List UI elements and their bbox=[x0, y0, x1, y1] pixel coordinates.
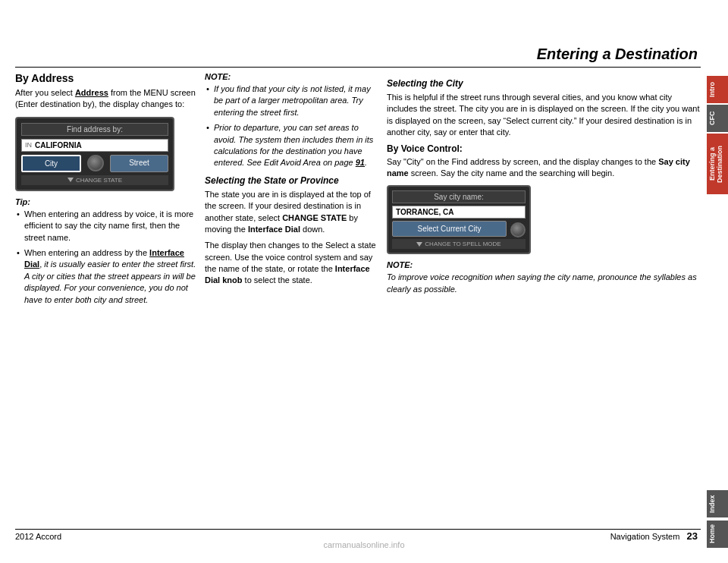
tip-2: When entering an address by the Interfac… bbox=[15, 247, 197, 306]
header-line bbox=[15, 67, 701, 68]
screen-knob bbox=[84, 155, 107, 172]
voice-control-title: By Voice Control: bbox=[387, 143, 701, 154]
note-label-mid: NOTE: bbox=[205, 72, 379, 81]
watermark: carmanualsonline.info bbox=[323, 540, 404, 549]
screen-input-label: IN bbox=[25, 141, 32, 149]
note-label-right: NOTE: bbox=[387, 260, 701, 269]
screen-btn-city[interactable]: City bbox=[21, 155, 81, 172]
page-number: 23 bbox=[687, 530, 698, 542]
section-title-city: Selecting the City bbox=[387, 78, 701, 89]
city-screen-top: Say city name: bbox=[392, 190, 526, 203]
triangle-down-icon bbox=[67, 178, 74, 182]
city-screen-value: TORRANCE, CA bbox=[396, 208, 453, 216]
city-screen-input: TORRANCE, CA bbox=[392, 206, 526, 219]
address-screen-mockup: Find address by: IN CALIFORNIA City Stre… bbox=[15, 117, 174, 191]
state-para-1: The state you are in is displayed at the… bbox=[205, 189, 379, 236]
city-body-text: This is helpful if the street runs throu… bbox=[387, 92, 701, 139]
screen-input-value: CALIFORNIA bbox=[35, 141, 82, 149]
body-text-1: After you select bbox=[15, 88, 75, 97]
footer-line bbox=[15, 529, 701, 530]
sidebar-tab-home[interactable]: Home bbox=[707, 521, 728, 548]
body-text-bold: Address bbox=[75, 88, 108, 97]
sidebar-tab-toc[interactable]: CFC bbox=[707, 105, 728, 132]
sidebar-tab-index[interactable]: Index bbox=[707, 490, 728, 517]
page-header: Entering a Destination bbox=[537, 46, 698, 63]
interface-dial-knob bbox=[87, 155, 104, 171]
sidebar-tab-intro[interactable]: Intro bbox=[707, 76, 728, 103]
screen-buttons-row: City Street bbox=[21, 155, 168, 172]
middle-column: NOTE: If you find that your city is not … bbox=[205, 72, 379, 525]
footer-nav-system: Navigation System 23 bbox=[610, 530, 698, 542]
sidebar-tab-entering[interactable]: Entering a Destination bbox=[707, 134, 728, 194]
state-para-2: The display then changes to the Select a… bbox=[205, 240, 379, 287]
note-2: Prior to departure, you can set areas to… bbox=[205, 122, 379, 169]
right-column: Selecting the City This is helpful if th… bbox=[387, 72, 701, 525]
subsection-title-state: Selecting the State or Province bbox=[205, 175, 379, 186]
tip-1: When entering an address by voice, it is… bbox=[15, 209, 197, 244]
page-link-91[interactable]: 91 bbox=[356, 158, 365, 167]
tip-label: Tip: bbox=[15, 197, 197, 206]
screen-btn-street[interactable]: Street bbox=[110, 155, 168, 172]
change-state-label: CHANGE STATE bbox=[76, 177, 122, 184]
footer-car-model: 2012 Accord bbox=[15, 532, 61, 541]
sidebar: Intro CFC Entering a Destination bbox=[707, 76, 728, 194]
city-knob bbox=[510, 222, 526, 237]
screen-top-bar: Find address by: bbox=[21, 123, 168, 136]
city-screen-btn-row: Select Current City bbox=[392, 221, 526, 239]
voice-control-text: Say "City" on the Find address by screen… bbox=[387, 156, 701, 180]
left-column: By Address After you select Address from… bbox=[15, 72, 197, 525]
screen-input-row: IN CALIFORNIA bbox=[21, 139, 168, 152]
screen-bottom-bar: CHANGE STATE bbox=[21, 175, 168, 185]
note-text-right: To improve voice recognition when saying… bbox=[387, 272, 701, 295]
city-screen-bottom: CHANGE TO SPELL MODE bbox=[392, 239, 526, 249]
city-screen-mockup: Say city name: TORRANCE, CA Select Curre… bbox=[387, 185, 531, 254]
city-triangle-icon bbox=[416, 242, 422, 247]
body-intro: After you select Address from the MENU s… bbox=[15, 87, 197, 111]
content-area: By Address After you select Address from… bbox=[15, 72, 701, 525]
section-title-address: By Address bbox=[15, 72, 197, 84]
city-change-label: CHANGE TO SPELL MODE bbox=[425, 241, 500, 247]
note-1: If you find that your city is not listed… bbox=[205, 83, 379, 118]
city-screen-btn[interactable]: Select Current City bbox=[392, 221, 507, 237]
